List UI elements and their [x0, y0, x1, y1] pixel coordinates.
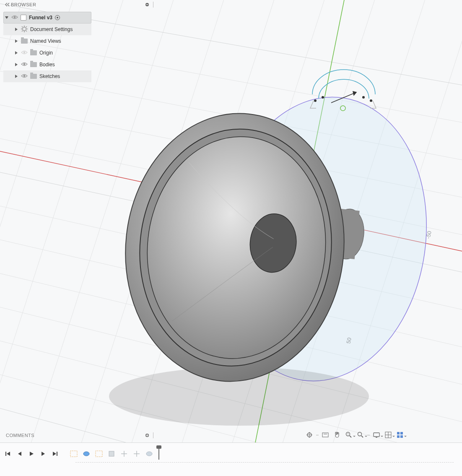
svg-point-40: [23, 27, 26, 30]
svg-line-48: [22, 31, 23, 31]
history-body-icon[interactable]: [106, 449, 117, 458]
divider: [153, 2, 153, 8]
lookat-tool-icon[interactable]: [320, 430, 330, 440]
timeline-playhead[interactable]: [158, 448, 159, 460]
minimize-icon[interactable]: [144, 1, 151, 8]
visibility-icon[interactable]: [21, 62, 28, 68]
separator: [316, 435, 319, 435]
svg-rect-54: [146, 435, 148, 435]
svg-rect-75: [57, 452, 57, 456]
svg-rect-70: [397, 432, 400, 434]
caret-right-icon[interactable]: [14, 62, 18, 67]
grid-settings-icon[interactable]: [383, 430, 393, 440]
svg-point-33: [314, 99, 317, 102]
svg-point-51: [23, 75, 26, 77]
svg-point-49: [23, 51, 25, 53]
history-move-icon[interactable]: [119, 449, 129, 458]
timeline-playback-controls: [4, 450, 59, 458]
comments-title: COMMENTS: [6, 433, 144, 438]
history-move-icon[interactable]: [144, 449, 154, 458]
add-icon[interactable]: [144, 432, 151, 439]
caret-down-icon[interactable]: [5, 16, 9, 20]
zoom-tool-icon[interactable]: +: [344, 430, 354, 440]
caret-right-icon[interactable]: [14, 74, 18, 78]
active-component-icon[interactable]: [55, 15, 60, 20]
divider: [153, 432, 153, 438]
history-sketch-icon[interactable]: [69, 449, 79, 458]
tree-item-label: Origin: [39, 50, 53, 56]
svg-rect-65: [374, 433, 379, 437]
timeline-play-button[interactable]: [28, 450, 35, 458]
svg-point-77: [83, 452, 89, 456]
timeline-track: [75, 462, 454, 463]
tree-item-label: Named Views: [30, 38, 61, 44]
axis-tick-neg: -50: [425, 230, 433, 239]
svg-line-47: [26, 26, 27, 27]
browser-panel-header[interactable]: BROWSER: [3, 0, 155, 9]
folder-icon: [30, 74, 37, 79]
svg-line-64: [361, 436, 363, 437]
browser-title: BROWSER: [11, 2, 144, 7]
caret-right-icon[interactable]: [14, 39, 18, 43]
viewports-icon[interactable]: [395, 430, 405, 440]
navigation-toolbar: +: [303, 429, 407, 441]
zoom-window-tool-icon[interactable]: [356, 430, 366, 440]
tree-item-origin[interactable]: Origin: [3, 47, 155, 59]
timeline-last-button[interactable]: [51, 450, 59, 458]
gear-icon: [21, 26, 28, 34]
caret-right-icon[interactable]: [14, 27, 18, 31]
svg-line-45: [22, 26, 23, 27]
svg-rect-78: [96, 451, 102, 457]
history-move-icon[interactable]: [132, 449, 142, 458]
visibility-icon[interactable]: [21, 73, 28, 80]
orbit-tool-icon[interactable]: [304, 430, 314, 440]
pan-tool-icon[interactable]: [332, 430, 342, 440]
svg-rect-71: [400, 432, 403, 434]
tree-item-label: Sketches: [39, 73, 60, 79]
timeline-panel: [0, 442, 462, 476]
svg-rect-76: [70, 451, 77, 457]
svg-rect-79: [109, 451, 114, 456]
tree-root[interactable]: Funnel v3: [3, 12, 91, 23]
history-sketch-icon[interactable]: [94, 449, 104, 458]
svg-line-46: [26, 31, 27, 31]
svg-rect-38: [146, 4, 148, 5]
document-icon: [21, 15, 26, 21]
timeline-prev-button[interactable]: [16, 450, 23, 458]
timeline-first-button[interactable]: [4, 450, 12, 458]
tree-root-label: Funnel v3: [29, 15, 52, 21]
display-settings-icon[interactable]: [371, 430, 382, 440]
folder-icon: [30, 62, 37, 67]
svg-rect-58: [322, 433, 328, 437]
svg-rect-74: [5, 452, 6, 456]
tree-item-named-views[interactable]: Named Views: [3, 35, 155, 47]
axis-tick-pos: 50: [345, 337, 353, 344]
tree-item-bodies[interactable]: Bodies: [3, 59, 155, 70]
history-revolve-icon[interactable]: [81, 449, 91, 458]
svg-point-50: [23, 63, 26, 65]
svg-marker-31: [353, 91, 356, 95]
visibility-off-icon[interactable]: [21, 50, 28, 56]
svg-point-35: [362, 96, 365, 99]
svg-point-84: [146, 452, 152, 456]
tree-item-label: Document Settings: [30, 26, 73, 32]
separator: [367, 435, 370, 435]
visibility-icon[interactable]: [11, 15, 18, 21]
collapse-left-icon[interactable]: [4, 1, 11, 8]
svg-rect-73: [400, 435, 403, 438]
browser-tree: Funnel v3 Document Settings Named Views …: [3, 12, 155, 82]
svg-point-34: [322, 96, 324, 99]
folder-icon: [30, 50, 37, 55]
browser-panel: BROWSER Funnel v3 Document Settings: [3, 0, 155, 82]
folder-icon: [21, 39, 28, 44]
tree-item-document-settings[interactable]: Document Settings: [3, 23, 91, 35]
tree-item-sketches[interactable]: Sketches: [3, 70, 91, 82]
svg-rect-72: [397, 435, 400, 438]
timeline-next-button[interactable]: [39, 450, 47, 458]
svg-point-63: [358, 432, 362, 436]
caret-right-icon[interactable]: [14, 51, 18, 55]
timeline-history: [69, 448, 159, 460]
comments-panel-header[interactable]: COMMENTS: [3, 431, 155, 440]
svg-text:+: +: [347, 432, 349, 435]
svg-point-36: [370, 99, 372, 102]
